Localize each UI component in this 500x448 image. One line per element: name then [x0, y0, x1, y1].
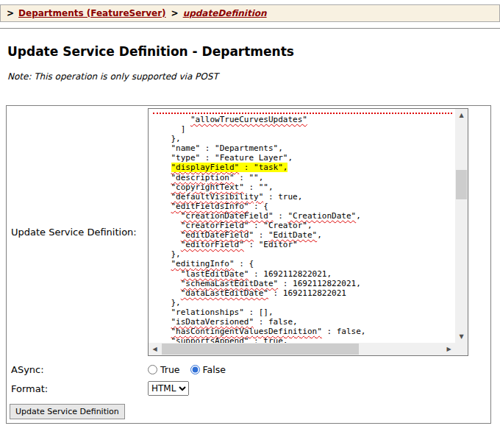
code-line: "name" : "Departments",: [151, 143, 455, 153]
code-text: : "Editor": [244, 240, 298, 249]
update-service-definition-button[interactable]: Update Service Definition: [10, 404, 125, 419]
scroll-up-icon[interactable]: ▲: [455, 109, 468, 121]
code-text: },: [151, 298, 181, 307]
highlighted-text: : "task",: [239, 163, 288, 172]
divider: [0, 28, 500, 29]
code-text: [151, 115, 190, 124]
code-text: [151, 336, 171, 343]
misspelled-text: "isDataVersioned": [171, 317, 254, 327]
code-text: [151, 173, 171, 182]
code-line: "copyrightText" : "",: [151, 182, 455, 192]
code-line: "lastEditDate" : 1692112822021,: [151, 269, 455, 279]
definition-textarea[interactable]: "allowTrueCurvesUpdates" ] }, "name" : "…: [148, 108, 468, 356]
async-option-label: True: [160, 364, 180, 375]
code-text: [151, 327, 171, 336]
breadcrumb-link[interactable]: updateDefinition: [183, 8, 267, 18]
code-text: [151, 211, 181, 221]
misspelled-text: "lastEditDate": [181, 269, 249, 279]
breadcrumb-separator: >: [171, 8, 179, 18]
code-text: [151, 230, 181, 240]
breadcrumb: >Departments (FeatureServer)>updateDefin…: [0, 4, 500, 22]
code-text: : {: [235, 259, 254, 269]
misspelled-text: "supportsAppend": [171, 336, 249, 343]
format-select[interactable]: HTML: [148, 381, 189, 396]
async-option-false[interactable]: False: [190, 364, 226, 375]
code-line: "creationDateField" : "CreationDate",: [151, 211, 455, 221]
definition-label-text: Update Service Definition:: [11, 227, 137, 238]
code-line: "type" : "Feature Layer",: [151, 153, 455, 163]
misspelled-text: "EditDate": [268, 230, 317, 240]
async-radio-false[interactable]: [190, 365, 200, 374]
misspelled-text: "copyrightText": [171, 182, 244, 192]
submit-row: Update Service Definition: [8, 404, 489, 419]
async-row: ASync: TrueFalse: [8, 363, 489, 377]
code-line: "dataLastEditDate" : 1692112822021: [151, 288, 455, 298]
misspelled-text: "editDateField": [181, 230, 254, 240]
scroll-left-icon[interactable]: ◀: [149, 343, 161, 355]
scroll-right-icon[interactable]: ▶: [443, 343, 455, 355]
code-text: [151, 279, 181, 288]
code-line: "editingInfo" : {: [151, 259, 455, 269]
code-text: [151, 221, 181, 230]
code-text: : true,: [249, 336, 288, 343]
misspelled-text: "CreationDate": [288, 211, 356, 221]
code-text: [151, 259, 171, 269]
async-label: ASync:: [8, 363, 148, 377]
code-line: "defaultVisibility" : true,: [151, 192, 455, 202]
code-text: : 1692112822021,: [278, 279, 361, 288]
code-line: "relationships" : [],: [151, 307, 455, 317]
update-definition-form: Update Service Definition: "allowTrueCur…: [6, 105, 491, 424]
breadcrumb-separator: >: [7, 8, 14, 18]
code-text: : {: [249, 202, 268, 211]
code-text: ,: [317, 230, 322, 240]
horizontal-scroll-thumb[interactable]: [162, 344, 359, 355]
async-option-label: False: [203, 364, 226, 375]
clipped-misspelled-line-underline: [153, 113, 452, 114]
vertical-scrollbar[interactable]: ▲ ▼: [455, 109, 468, 343]
definition-textarea-content[interactable]: "allowTrueCurvesUpdates" ] }, "name" : "…: [149, 109, 455, 343]
misspelled-text: "allowTrueCurvesUpdates": [190, 115, 307, 124]
definition-label: Update Service Definition:: [8, 108, 148, 356]
code-text: : "",: [244, 182, 274, 192]
code-text: "name" : "Departments",: [151, 143, 283, 153]
misspelled-text: "description": [171, 173, 235, 182]
code-text: "type" : "Feature Layer",: [151, 153, 293, 163]
code-text: :: [274, 211, 288, 221]
code-text: ,: [356, 211, 361, 221]
code-text: "relationships" : [],: [151, 307, 274, 317]
async-radio-true[interactable]: [148, 365, 157, 374]
vertical-scroll-thumb[interactable]: [456, 170, 467, 199]
scrollbar-corner: [455, 343, 468, 355]
post-note: Note: This operation is only supported v…: [7, 71, 500, 82]
code-text: [151, 288, 181, 298]
misspelled-text: "editingInfo": [171, 259, 235, 269]
code-line: "allowTrueCurvesUpdates": [151, 115, 455, 124]
async-option-true[interactable]: True: [148, 364, 180, 375]
code-text: },: [151, 134, 181, 143]
highlighted-text: "displayField": [171, 163, 240, 172]
code-text: [151, 317, 171, 327]
code-line: "description" : "",: [151, 173, 455, 182]
code-text: : "Creator",: [249, 221, 312, 230]
page-title: Update Service Definition - Departments: [7, 44, 500, 59]
code-line: "creatorField" : "Creator",: [151, 221, 455, 230]
format-row: Format: HTML: [8, 381, 489, 396]
code-text: [151, 269, 181, 279]
code-line: "editDateField" : "EditDate",: [151, 230, 455, 240]
code-line: "editorField" : "Editor": [151, 240, 455, 249]
code-text: :: [254, 230, 268, 240]
misspelled-text: "defaultVisibility": [171, 192, 264, 202]
breadcrumb-link[interactable]: Departments (FeatureServer): [18, 8, 166, 18]
code-line: },: [151, 134, 455, 143]
misspelled-text: "dataLastEditDate": [181, 288, 268, 298]
async-radio-group: TrueFalse: [148, 364, 236, 375]
misspelled-text: "hasContingentValuesDefinition": [171, 327, 322, 336]
horizontal-scrollbar[interactable]: ◀ ▶: [149, 343, 455, 355]
code-line: "isDataVersioned" : false,: [151, 317, 455, 327]
code-text: },: [151, 249, 181, 259]
code-text: [151, 240, 181, 249]
definition-row: Update Service Definition: "allowTrueCur…: [8, 108, 489, 356]
scroll-down-icon[interactable]: ▼: [455, 330, 468, 343]
code-text: ]: [151, 124, 185, 134]
misspelled-text: "schemaLastEditDate": [181, 279, 278, 288]
